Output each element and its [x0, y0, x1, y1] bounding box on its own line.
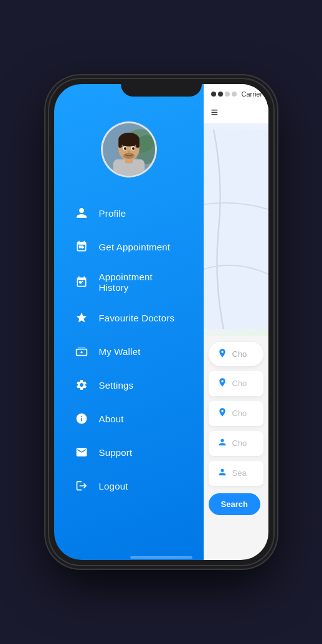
- profile-label: Profile: [99, 208, 126, 219]
- envelope-icon: [73, 443, 90, 461]
- search-row-5-text: Sea: [232, 468, 247, 478]
- sidebar-item-profile[interactable]: Profile: [67, 196, 191, 230]
- sidebar: Profile Get Appointment: [54, 84, 204, 560]
- sidebar-item-favourite-doctors[interactable]: Favourite Doctors: [67, 301, 191, 334]
- phone-container: Profile Get Appointment: [0, 0, 322, 644]
- hamburger-icon[interactable]: ≡: [211, 106, 219, 118]
- location-icon-3: [217, 407, 227, 420]
- phone-frame: Profile Get Appointment: [49, 79, 273, 565]
- logout-icon: [73, 477, 90, 495]
- search-user-icon-5: [217, 467, 227, 480]
- signal-dot-2: [218, 92, 223, 97]
- search-row-4[interactable]: Cho: [209, 431, 263, 456]
- search-row-3-text: Cho: [232, 409, 247, 418]
- main-content: Cho Cho: [204, 336, 268, 561]
- get-appointment-label: Get Appointment: [99, 242, 171, 252]
- menu-bar: ≡: [204, 101, 268, 123]
- location-icon-2: [217, 377, 227, 390]
- svg-point-11: [124, 147, 126, 150]
- search-row-1-text: Cho: [232, 349, 247, 359]
- my-wallet-label: My Wallet: [99, 346, 141, 357]
- settings-label: Settings: [99, 380, 134, 391]
- signal-dot-3: [225, 92, 230, 97]
- carrier-label: Carrier: [242, 90, 263, 98]
- avatar: [101, 121, 157, 178]
- search-row-5[interactable]: Sea: [209, 461, 263, 486]
- search-row-1[interactable]: Cho: [209, 342, 263, 366]
- logout-label: Logout: [99, 481, 128, 491]
- svg-rect-8: [136, 140, 140, 148]
- search-row-2[interactable]: Cho: [209, 371, 263, 396]
- sidebar-item-my-wallet[interactable]: My Wallet: [67, 334, 191, 368]
- sidebar-item-support[interactable]: Support: [67, 435, 191, 469]
- about-label: About: [99, 414, 124, 424]
- person-icon: [73, 204, 90, 222]
- calendar-plus-icon: [73, 238, 90, 255]
- calendar-check-icon: [73, 273, 90, 291]
- nav-menu: Profile Get Appointment: [54, 196, 204, 503]
- gear-icon: [73, 376, 90, 394]
- search-button[interactable]: Search: [209, 493, 260, 515]
- svg-point-12: [132, 147, 135, 150]
- sidebar-item-appointment-history[interactable]: Appointment History: [67, 263, 191, 301]
- phone-notch: [121, 79, 202, 97]
- favourite-doctors-label: Favourite Doctors: [99, 313, 175, 323]
- info-icon: [73, 410, 90, 427]
- phone-screen: Profile Get Appointment: [54, 84, 268, 560]
- sidebar-item-get-appointment[interactable]: Get Appointment: [67, 230, 191, 263]
- sidebar-item-about[interactable]: About: [67, 402, 191, 435]
- star-icon: [73, 309, 90, 326]
- map-area: [204, 123, 268, 336]
- signal-indicator: Carrier 📶: [211, 89, 268, 98]
- status-bar: Carrier 📶: [204, 84, 268, 101]
- search-row-2-text: Cho: [232, 379, 247, 388]
- right-panel: Carrier 📶 ≡: [204, 84, 268, 560]
- search-row-4-text: Cho: [232, 438, 247, 448]
- search-blue-icon-1: [217, 348, 227, 360]
- person-blue-icon-4: [217, 437, 227, 450]
- search-row-3[interactable]: Cho: [209, 401, 263, 426]
- wifi-icon: 📶: [267, 89, 268, 98]
- svg-rect-15: [204, 130, 268, 329]
- svg-point-13: [127, 151, 130, 153]
- appointment-history-label: Appointment History: [99, 272, 185, 293]
- sidebar-item-logout[interactable]: Logout: [67, 469, 191, 503]
- svg-point-14: [123, 153, 135, 159]
- svg-rect-7: [118, 140, 122, 148]
- sidebar-item-settings[interactable]: Settings: [67, 368, 191, 402]
- support-label: Support: [99, 447, 133, 458]
- signal-dot-4: [232, 92, 237, 97]
- wallet-icon: [73, 343, 90, 360]
- signal-dot-1: [211, 92, 216, 97]
- home-indicator: [130, 556, 192, 559]
